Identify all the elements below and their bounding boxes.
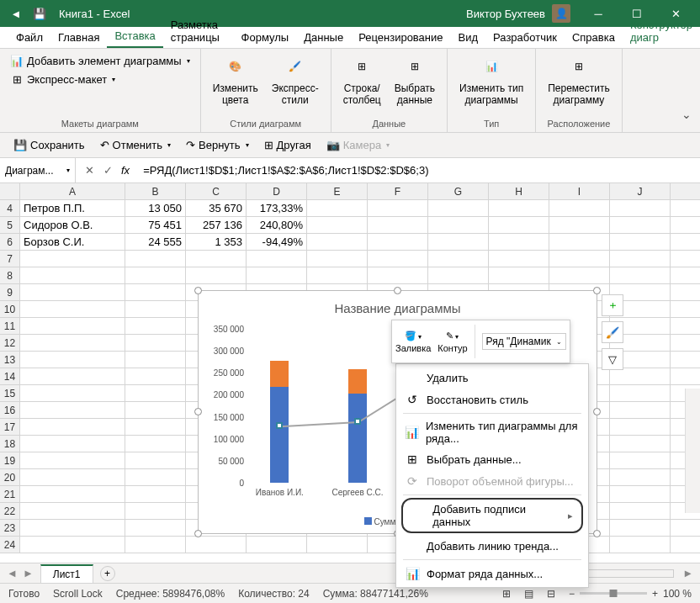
cell[interactable] <box>307 537 368 553</box>
tab-data[interactable]: Данные <box>296 28 351 48</box>
zoom-in-button[interactable]: + <box>652 588 658 600</box>
minimize-button[interactable]: ─ <box>579 0 618 27</box>
tab-help[interactable]: Справка <box>565 28 623 48</box>
row-header[interactable]: 14 <box>0 368 20 384</box>
cell[interactable] <box>125 335 186 351</box>
row-header[interactable]: 16 <box>0 402 20 418</box>
view-normal-icon[interactable]: ⊞ <box>502 588 511 600</box>
row-header[interactable]: 10 <box>0 301 20 317</box>
row-header[interactable]: 5 <box>0 217 20 233</box>
cell[interactable]: 75 451 <box>125 217 186 233</box>
formula-input[interactable] <box>138 164 700 177</box>
nav-back-icon[interactable]: ◄ <box>5 3 27 24</box>
col-header[interactable]: E <box>307 183 368 199</box>
ctx-select-data[interactable]: ⊞Выбрать данные... <box>396 448 588 470</box>
qa-redo-button[interactable]: ↷Вернуть▾ <box>181 136 254 154</box>
cell[interactable] <box>20 520 125 536</box>
sheet-nav-prev[interactable]: ◄ <box>7 567 18 579</box>
row-header[interactable]: 24 <box>0 537 20 553</box>
cell[interactable] <box>20 368 125 384</box>
cell[interactable] <box>20 284 125 300</box>
cell[interactable] <box>610 520 671 536</box>
cell[interactable]: Петров П.П. <box>20 200 125 216</box>
cell[interactable] <box>307 251 368 267</box>
ctx-delete[interactable]: Удалить <box>396 367 588 389</box>
cell[interactable] <box>125 284 186 300</box>
cell[interactable] <box>20 537 125 553</box>
series-selector[interactable]: Ряд "Динамик ⌄ <box>482 333 566 350</box>
cell[interactable] <box>307 217 368 233</box>
cell[interactable] <box>368 234 428 250</box>
row-header[interactable]: 19 <box>0 452 20 468</box>
cell[interactable] <box>125 436 186 452</box>
cell[interactable]: 1 353 <box>186 234 247 250</box>
chart-elements-button[interactable]: ＋ <box>602 294 623 316</box>
cell[interactable] <box>20 335 125 351</box>
cell[interactable] <box>125 267 186 283</box>
user-avatar-icon[interactable]: 👤 <box>552 4 570 23</box>
row-header[interactable]: 11 <box>0 318 20 334</box>
row-header[interactable]: 7 <box>0 251 20 267</box>
row-header[interactable]: 6 <box>0 234 20 250</box>
cell[interactable] <box>307 267 368 283</box>
cell[interactable] <box>20 402 125 418</box>
ctx-reset-style[interactable]: ↺Восстановить стиль <box>396 389 588 410</box>
cell[interactable] <box>428 200 489 216</box>
zoom-level[interactable]: 100 % <box>663 588 692 600</box>
cell[interactable] <box>428 234 489 250</box>
tab-view[interactable]: Вид <box>451 28 486 48</box>
cell[interactable] <box>368 251 428 267</box>
sheet-tab[interactable]: Лист1 <box>40 564 93 583</box>
cell[interactable] <box>489 234 549 250</box>
cell[interactable] <box>489 200 549 216</box>
switch-row-col-button[interactable]: ⊞ Строка/ столбец <box>338 52 386 108</box>
name-box[interactable]: Диаграм...▾ <box>0 158 76 182</box>
cell[interactable]: 257 136 <box>186 217 247 233</box>
move-chart-button[interactable]: ⊞ Переместить диаграмму <box>543 52 615 108</box>
row-header[interactable]: 23 <box>0 520 20 536</box>
tab-review[interactable]: Рецензирование <box>351 28 450 48</box>
cell[interactable] <box>125 301 186 317</box>
cell[interactable] <box>610 419 671 435</box>
cell[interactable] <box>247 537 307 553</box>
cell[interactable] <box>20 503 125 519</box>
row-header[interactable]: 12 <box>0 335 20 351</box>
cell[interactable] <box>489 267 549 283</box>
cell[interactable] <box>610 503 671 519</box>
change-chart-type-button[interactable]: 📊 Изменить тип диаграммы <box>454 52 528 108</box>
cell[interactable] <box>125 503 186 519</box>
cell[interactable] <box>125 402 186 418</box>
view-pagebreak-icon[interactable]: ⊟ <box>547 588 555 600</box>
ctx-add-data-labels[interactable]: Добавить подписи данных▸ <box>401 498 583 533</box>
cell[interactable] <box>20 385 125 401</box>
cell[interactable] <box>489 251 549 267</box>
cell[interactable] <box>610 469 671 485</box>
qa-undo-button[interactable]: ↶Отменить▾ <box>95 136 176 154</box>
cell[interactable] <box>368 217 428 233</box>
col-header[interactable]: H <box>489 183 549 199</box>
cell[interactable] <box>610 537 671 553</box>
row-header[interactable]: 13 <box>0 352 20 368</box>
cell[interactable]: 35 670 <box>186 200 247 216</box>
view-layout-icon[interactable]: ▤ <box>524 588 533 600</box>
tab-chart-design[interactable]: Конструктор диагр <box>623 15 700 48</box>
cell[interactable] <box>125 537 186 553</box>
cell[interactable] <box>125 452 186 468</box>
col-header[interactable]: G <box>428 183 489 199</box>
cell[interactable] <box>125 385 186 401</box>
cell[interactable] <box>610 402 671 418</box>
cell[interactable] <box>489 217 549 233</box>
col-header[interactable]: B <box>125 183 186 199</box>
cell[interactable] <box>20 267 125 283</box>
cell[interactable] <box>20 419 125 435</box>
cell[interactable] <box>125 251 186 267</box>
ribbon-collapse-button[interactable]: ⌄ <box>673 49 700 132</box>
cell[interactable] <box>428 217 489 233</box>
row-header[interactable]: 15 <box>0 385 20 401</box>
cell[interactable]: -94,49% <box>247 234 307 250</box>
tab-page-layout[interactable]: Разметка страницы <box>163 15 234 48</box>
cell[interactable] <box>428 251 489 267</box>
tab-file[interactable]: Файл <box>8 28 50 48</box>
ctx-format-series[interactable]: 📊Формат ряда данных... <box>396 563 588 584</box>
cell[interactable]: 240,80% <box>247 217 307 233</box>
